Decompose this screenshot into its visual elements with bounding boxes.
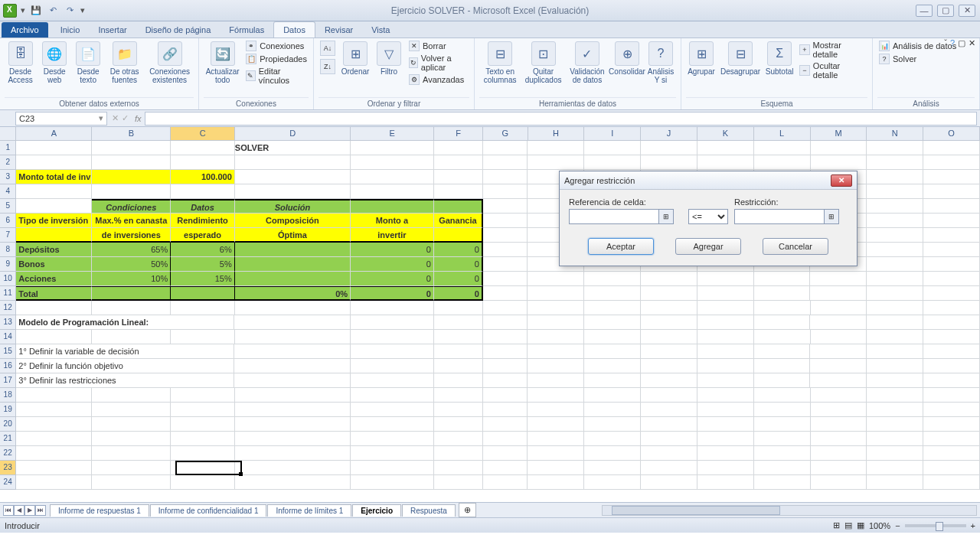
cell[interactable] [171,141,235,155]
cell[interactable] [351,388,434,403]
sort-button[interactable]: ⊞Ordenar [340,40,371,77]
cell[interactable] [434,373,483,388]
cell[interactable] [234,315,350,330]
cell[interactable] [641,155,697,170]
cell[interactable] [584,315,641,330]
cell[interactable] [867,359,923,373]
cell[interactable] [923,301,980,315]
cell[interactable] [641,286,697,301]
first-sheet-button[interactable]: ⏮ [3,505,14,516]
cell[interactable] [754,301,811,315]
cell[interactable] [867,403,923,417]
cell[interactable] [528,141,584,155]
prev-sheet-button[interactable]: ◀ [14,505,24,516]
cell[interactable] [923,214,980,228]
cell[interactable]: Solución [235,199,351,214]
cell[interactable] [92,446,171,461]
row-header-18[interactable]: 18 [0,388,16,403]
cell[interactable] [923,475,980,490]
cell[interactable]: Composición [235,214,351,228]
cell[interactable] [92,170,171,184]
row-header-11[interactable]: 11 [0,286,16,301]
cell[interactable] [235,446,351,461]
cell[interactable] [351,475,434,490]
fx-icon[interactable]: fx [135,114,142,123]
cell[interactable]: 0 [351,272,434,286]
cell[interactable] [584,286,641,301]
cell[interactable] [923,170,980,184]
cell[interactable] [235,301,351,315]
cell[interactable] [754,446,811,461]
cell[interactable] [923,417,980,432]
cell[interactable]: 0 [351,257,434,272]
next-sheet-button[interactable]: ▶ [24,505,35,516]
cell[interactable] [351,417,434,432]
row-header-24[interactable]: 24 [0,475,16,490]
cell[interactable]: Datos [171,199,235,214]
new-sheet-button[interactable]: ⊕ [459,503,476,517]
zoom-slider[interactable] [905,524,966,527]
cell[interactable]: 50% [92,257,171,272]
cell[interactable] [434,141,483,155]
cell[interactable] [867,214,923,228]
cell[interactable] [584,388,641,403]
cell[interactable]: 0 [351,243,434,257]
cell[interactable] [351,141,434,155]
zoom-level[interactable]: 100% [869,521,890,530]
cell[interactable] [641,403,697,417]
cell[interactable] [171,446,235,461]
cell[interactable] [351,461,434,475]
cell[interactable] [867,417,923,432]
tab-home[interactable]: Inicio [51,22,90,37]
col-header-O[interactable]: O [923,127,980,140]
cell[interactable] [923,359,980,373]
from-text-button[interactable]: 📄Desde texto [73,40,103,86]
tab-insert[interactable]: Insertar [89,22,136,37]
cell[interactable] [483,403,528,417]
cell[interactable] [234,373,350,388]
cell[interactable] [171,388,235,403]
cell[interactable] [171,432,235,446]
cell[interactable] [434,170,483,184]
dialog-close-button[interactable]: ✕ [831,174,852,187]
cell[interactable] [16,388,92,403]
cell[interactable]: Óptima [235,228,351,243]
close-button[interactable]: ✕ [959,5,975,17]
cell[interactable] [528,461,584,475]
cell[interactable] [697,388,754,403]
col-header-E[interactable]: E [351,127,434,140]
consolidate-button[interactable]: ⊕Consolidar [612,40,642,77]
cell[interactable] [16,228,92,243]
cell[interactable]: Tipo de inversión [16,214,92,228]
cell[interactable] [235,432,351,446]
cell[interactable] [923,272,980,286]
cell[interactable] [483,344,528,359]
cell[interactable] [235,243,351,257]
cell[interactable] [641,344,697,359]
cell[interactable] [434,403,483,417]
cell[interactable] [867,170,923,184]
cell[interactable] [351,199,434,214]
cell[interactable] [434,315,483,330]
cell[interactable] [235,330,351,344]
cell[interactable] [483,257,528,272]
cancel-button[interactable]: Cancelar [763,238,828,255]
cell[interactable] [867,461,923,475]
cell[interactable] [483,155,528,170]
cell[interactable] [754,432,811,446]
cell[interactable] [641,373,697,388]
cell[interactable] [234,359,350,373]
cell[interactable] [351,170,434,184]
cell[interactable]: 2° Definir la función objetivo [16,359,234,373]
cell[interactable] [483,461,528,475]
view-layout-icon[interactable]: ▤ [844,520,852,530]
cell[interactable] [92,301,171,315]
cell[interactable] [351,344,434,359]
cell[interactable] [234,344,350,359]
cell[interactable]: Monto total de inversión [16,170,92,184]
cell[interactable] [641,141,697,155]
connections-button[interactable]: ⚭Conexiones [244,40,309,52]
row-header-14[interactable]: 14 [0,330,16,344]
cell[interactable] [171,184,235,199]
cell[interactable] [584,155,641,170]
